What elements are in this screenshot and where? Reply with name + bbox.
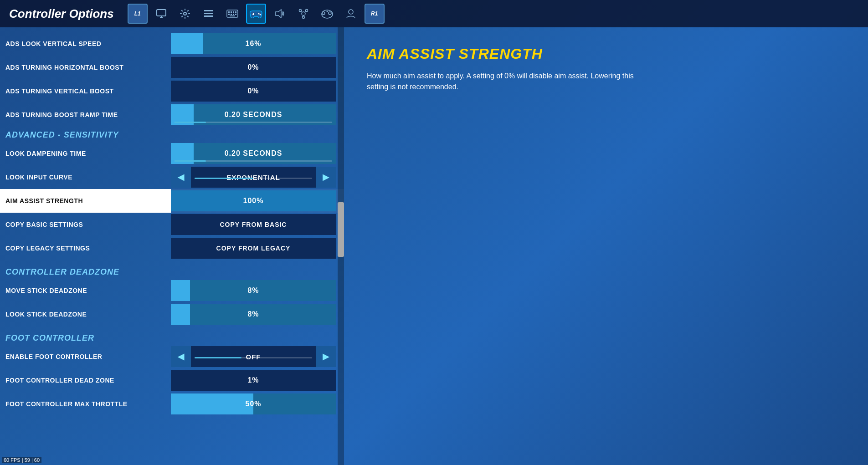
look-input-curve-label: Look Input Curve xyxy=(0,174,171,181)
main-container: ADS Look Vertical Speed 16% ADS Turning … xyxy=(0,27,868,465)
svg-point-30 xyxy=(322,12,325,15)
svg-rect-12 xyxy=(228,14,230,15)
nav-icon-list[interactable] xyxy=(199,4,219,24)
enable-foot-controller-right-arrow[interactable]: ▶ xyxy=(316,346,336,367)
ads-turning-vertical-boost-value: 0% xyxy=(247,87,259,95)
nav-icons: L1 xyxy=(128,4,859,24)
nav-icon-r1[interactable]: R1 xyxy=(365,4,385,24)
fps-counter: 60 FPS | 59 | 60 xyxy=(2,457,41,463)
table-row: ADS Turning Boost Ramp Time 0.20 Seconds xyxy=(0,103,344,127)
description-text: How much aim assist to apply. A setting … xyxy=(367,71,640,92)
svg-rect-8 xyxy=(228,11,230,13)
scrollbar-thumb[interactable] xyxy=(338,202,344,257)
copy-basic-settings-control[interactable]: COPY FROM BASIC xyxy=(171,214,336,235)
svg-point-20 xyxy=(259,14,261,15)
nav-icon-gamepad2[interactable] xyxy=(317,4,337,24)
table-row: Foot Controller Dead Zone 1% xyxy=(0,368,344,392)
table-row: Foot Controller Max Throttle 50% xyxy=(0,392,344,416)
section-advanced-sensitivity: Advanced - Sensitivity xyxy=(0,127,344,142)
svg-point-25 xyxy=(302,16,304,19)
nav-icon-user[interactable] xyxy=(341,4,361,24)
svg-rect-16 xyxy=(230,15,235,16)
copy-legacy-settings-control[interactable]: COPY FROM LEGACY xyxy=(171,238,336,259)
copy-basic-button[interactable]: COPY FROM BASIC xyxy=(220,221,287,228)
foot-controller-dead-zone-value: 1% xyxy=(247,376,259,384)
svg-rect-13 xyxy=(231,14,232,15)
svg-point-3 xyxy=(184,12,186,15)
nav-icon-network[interactable] xyxy=(293,4,313,24)
copy-legacy-settings-label: Copy Legacy Settings xyxy=(0,245,171,252)
nav-icon-speaker[interactable] xyxy=(270,4,290,24)
description-panel: AIM ASSIST STRENGTH How much aim assist … xyxy=(344,27,868,465)
svg-rect-6 xyxy=(204,15,213,17)
ads-turning-horizontal-boost-control[interactable]: 0% xyxy=(171,57,336,78)
aim-assist-strength-value: 100% xyxy=(243,197,264,205)
svg-rect-4 xyxy=(204,10,213,11)
svg-rect-0 xyxy=(157,10,166,16)
move-stick-deadzone-value: 8% xyxy=(247,286,259,295)
svg-point-19 xyxy=(258,13,259,15)
section-controller-deadzone: Controller Deadzone xyxy=(0,264,344,279)
svg-point-33 xyxy=(349,10,353,14)
enable-foot-controller-label: Enable Foot Controller xyxy=(0,353,171,360)
look-input-curve-right-arrow[interactable]: ▶ xyxy=(316,167,336,188)
ads-turning-horizontal-boost-label: ADS Turning Horizontal Boost xyxy=(0,64,171,71)
ads-turning-boost-ramp-time-value: 0.20 Seconds xyxy=(225,111,282,119)
description-title: AIM ASSIST STRENGTH xyxy=(367,46,845,62)
nav-icon-l1[interactable]: L1 xyxy=(128,4,148,24)
nav-icon-gear[interactable] xyxy=(175,4,195,24)
foot-controller-dead-zone-label: Foot Controller Dead Zone xyxy=(0,377,171,384)
scrollbar[interactable] xyxy=(338,27,344,465)
table-row[interactable]: Aim Assist Strength 100% xyxy=(0,189,344,213)
table-row: Look Input Curve ◀ EXPONENTIAL ▶ xyxy=(0,165,344,189)
foot-controller-dead-zone-control[interactable]: 1% xyxy=(171,370,336,391)
ads-look-vertical-speed-control[interactable]: 16% xyxy=(171,33,336,54)
table-row: ADS Look Vertical Speed 16% xyxy=(0,32,344,56)
foot-controller-max-throttle-label: Foot Controller Max Throttle xyxy=(0,400,171,408)
svg-line-27 xyxy=(305,11,306,12)
svg-rect-9 xyxy=(231,11,232,13)
copy-legacy-button[interactable]: COPY FROM LEGACY xyxy=(216,245,291,252)
ads-turning-horizontal-boost-value: 0% xyxy=(247,63,259,72)
svg-rect-14 xyxy=(233,14,234,15)
aim-assist-strength-label: Aim Assist Strength xyxy=(0,189,171,213)
table-row: Copy Basic Settings COPY FROM BASIC xyxy=(0,213,344,236)
header: Controller Options L1 xyxy=(0,0,868,27)
table-row: ADS Turning Vertical Boost 0% xyxy=(0,79,344,103)
enable-foot-controller-left-arrow[interactable]: ◀ xyxy=(171,346,191,367)
nav-icon-controller[interactable] xyxy=(246,4,266,24)
nav-icon-keyboard[interactable] xyxy=(222,4,242,24)
aim-assist-strength-control[interactable]: 100% xyxy=(171,190,336,211)
ads-turning-boost-ramp-time-label: ADS Turning Boost Ramp Time xyxy=(0,111,171,118)
ads-look-vertical-speed-value: 16% xyxy=(245,40,261,48)
settings-panel: ADS Look Vertical Speed 16% ADS Turning … xyxy=(0,27,344,465)
svg-rect-15 xyxy=(235,14,236,15)
look-input-curve-left-arrow[interactable]: ◀ xyxy=(171,167,191,188)
look-stick-deadzone-value: 8% xyxy=(247,310,259,318)
page-title: Controller Options xyxy=(9,7,114,21)
look-dampening-time-control[interactable]: 0.20 Seconds xyxy=(171,143,336,164)
move-stick-deadzone-control[interactable]: 8% xyxy=(171,280,336,301)
enable-foot-controller-control[interactable]: ◀ OFF ▶ xyxy=(171,346,336,367)
svg-rect-11 xyxy=(235,11,236,13)
svg-rect-5 xyxy=(204,13,213,14)
svg-marker-21 xyxy=(276,10,281,18)
table-row: Move Stick Deadzone 8% xyxy=(0,279,344,302)
look-dampening-time-value: 0.20 Seconds xyxy=(225,149,282,158)
nav-icon-monitor[interactable] xyxy=(151,4,171,24)
ads-turning-boost-ramp-time-control[interactable]: 0.20 Seconds xyxy=(171,104,336,125)
look-input-curve-control[interactable]: ◀ EXPONENTIAL ▶ xyxy=(171,167,336,188)
table-row: Copy Legacy Settings COPY FROM LEGACY xyxy=(0,236,344,260)
ads-turning-vertical-boost-control[interactable]: 0% xyxy=(171,81,336,102)
svg-point-31 xyxy=(329,12,331,15)
foot-controller-max-throttle-value: 50% xyxy=(245,400,261,408)
move-stick-deadzone-label: Move Stick Deadzone xyxy=(0,287,171,294)
foot-controller-max-throttle-control[interactable]: 50% xyxy=(171,393,336,414)
section-foot-controller: Foot Controller xyxy=(0,330,344,345)
table-row: ADS Turning Horizontal Boost 0% xyxy=(0,56,344,79)
svg-point-22 xyxy=(302,12,305,15)
copy-basic-settings-label: Copy Basic Settings xyxy=(0,221,171,228)
look-stick-deadzone-control[interactable]: 8% xyxy=(171,304,336,325)
table-row: Look Dampening Time 0.20 Seconds xyxy=(0,142,344,165)
svg-point-32 xyxy=(326,11,328,12)
